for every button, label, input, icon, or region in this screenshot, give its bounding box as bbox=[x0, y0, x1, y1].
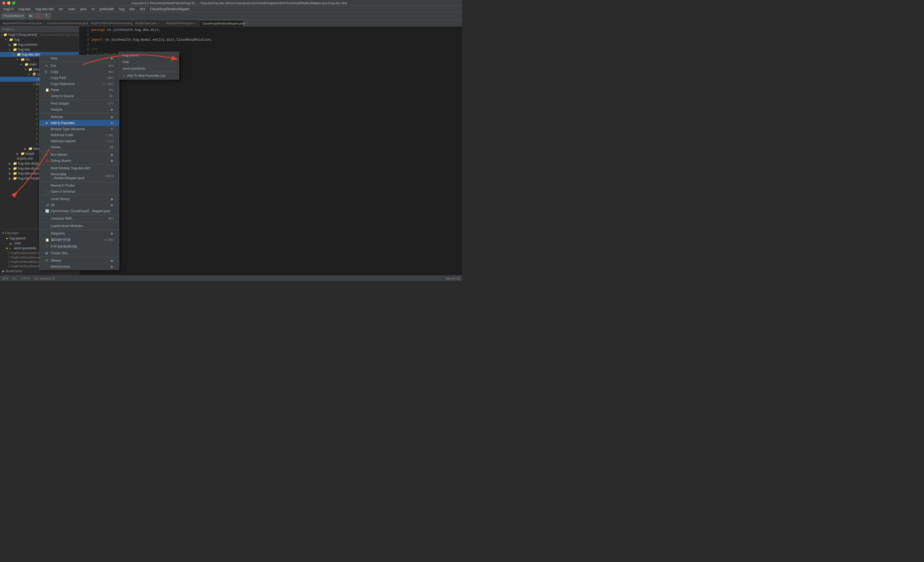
run-button[interactable]: ▶ bbox=[28, 13, 34, 18]
code-line-1: 1 package cn.joinhealth.hug.dao.dict; bbox=[79, 27, 462, 33]
debug-button[interactable]: 🐞 bbox=[35, 13, 42, 18]
traffic-lights bbox=[2, 1, 15, 4]
line-ending: LF: bbox=[12, 277, 17, 280]
close-button[interactable] bbox=[2, 1, 6, 4]
check-icon: ✓ bbox=[45, 245, 50, 249]
tab-close-4[interactable]: ✕ bbox=[194, 22, 196, 25]
cm-sep-2 bbox=[40, 100, 119, 100]
maximize-button[interactable] bbox=[12, 1, 15, 4]
cm-paste[interactable]: 📋Paste ⌘V bbox=[40, 87, 119, 93]
code-line-2: 2 bbox=[79, 33, 462, 37]
tab-close-3[interactable]: ✕ bbox=[158, 22, 160, 25]
cm-git[interactable]: ⎇Git ▶ bbox=[40, 202, 119, 208]
sm-hug-parent[interactable]: hug-parent bbox=[119, 52, 179, 58]
git-branch: Git: branch2.25 bbox=[34, 277, 55, 280]
minimize-button[interactable] bbox=[7, 1, 10, 4]
cm-delete[interactable]: Delete... ⌫ bbox=[40, 144, 119, 150]
star-icon-2: ★ bbox=[6, 247, 8, 250]
cm-webservices[interactable]: WebServices ▶ bbox=[40, 264, 119, 270]
cm-sep-8 bbox=[40, 215, 119, 215]
cm-analyze[interactable]: Analyze ▶ bbox=[40, 106, 119, 112]
cm-findusages[interactable]: Find Usages ⌥F7 bbox=[40, 100, 119, 106]
cm-reformatcode[interactable]: Reformat Code ⌥⌘L bbox=[40, 132, 119, 138]
chevron-icon: ▾ bbox=[13, 28, 14, 31]
file-count: 588 of 725 bbox=[446, 277, 460, 280]
cm-code-scan[interactable]: 📋编码规约扫描 ⌥⇧⌘J bbox=[40, 236, 119, 243]
cm-diagrams[interactable]: Diagrams ▶ bbox=[40, 230, 119, 236]
tree-arrow-root: ▾ bbox=[1, 33, 3, 36]
cursor-position: 28:8 bbox=[2, 277, 8, 280]
build-button[interactable]: 🔨 bbox=[43, 13, 51, 18]
cm-optimizeimports[interactable]: Optimize Imports ^⌥O bbox=[40, 138, 119, 144]
jrebel-icon: ♻ bbox=[45, 259, 50, 263]
tab-healthtype[interactable]: HealthType.java ✕ bbox=[132, 20, 163, 26]
tree-root-label: hug2.0 [hug-parent] ~/Documents/IdeaProj… bbox=[8, 33, 79, 37]
cm-copyref[interactable]: Copy Reference ⌥⇧⌘C bbox=[40, 81, 119, 87]
cm-copypath[interactable]: Copy Path ⇧⌘C bbox=[40, 75, 119, 81]
submenu-arrow: ▶ bbox=[111, 57, 114, 60]
tree-root[interactable]: ▾ 📁 hug2.0 [hug-parent] ~/Documents/Idea… bbox=[0, 32, 79, 37]
cm-recompile[interactable]: Recompile '...RelationMapper.java' ⇧⌘F9 bbox=[40, 171, 119, 181]
run-config-selector[interactable]: ProviderBoot ▾ bbox=[2, 13, 26, 18]
cm-add-to-favorites[interactable]: ★ Add to Favorites ▶ bbox=[40, 120, 119, 126]
cm-comparewith[interactable]: Compare With... ⌘D bbox=[40, 215, 119, 221]
menu-src[interactable]: src bbox=[57, 7, 65, 12]
tab-pushsendformimpl[interactable]: HugPushSendFormServiceImpl.java ✕ bbox=[88, 20, 132, 26]
menu-main[interactable]: main bbox=[66, 7, 77, 12]
git-icon: ⎇ bbox=[45, 203, 50, 207]
cm-refactor[interactable]: Refactor ▶ bbox=[40, 114, 119, 120]
cm-revealinfinder[interactable]: Reveal in Finder bbox=[40, 182, 119, 188]
tab-close-5[interactable]: ✕ bbox=[246, 22, 248, 25]
menu-hug[interactable]: hug bbox=[117, 7, 127, 12]
menu-dict[interactable]: dict bbox=[138, 7, 147, 12]
tab-appserviceimpl[interactable]: AppointationServiceImpl.java ✕ bbox=[0, 20, 44, 26]
menu-hug20[interactable]: hug2.0 bbox=[1, 7, 16, 12]
cm-openinterminal[interactable]: ⬛Open in terminal bbox=[40, 188, 119, 194]
cm-jrebel[interactable]: ♻JRebel ▶ bbox=[40, 258, 119, 264]
project-label: Project bbox=[2, 27, 12, 31]
cm-localhistory[interactable]: Local History ▶ bbox=[40, 196, 119, 202]
status-bar: 28:8 LF: UTF-8 Git: branch2.25 588 of 72… bbox=[0, 275, 462, 281]
tree-item-hug-dao[interactable]: ▾ 📁 hug-dao bbox=[0, 47, 79, 52]
tab-questionnaireimpl[interactable]: QuestionnaireServiceImpl.java ✕ bbox=[44, 20, 88, 26]
favorites-submenu: hug-parent chat send quest/edu + Add To … bbox=[118, 52, 179, 79]
menu-bar: hug2.0 hug-dao hug-dao-dict src main jav… bbox=[0, 6, 462, 12]
cm-runmaven[interactable]: ▷Run Maven ▶ bbox=[40, 152, 119, 158]
menu-joinhealth[interactable]: joinhealth bbox=[98, 7, 116, 12]
cm-creategist[interactable]: ⊞Create Gist... bbox=[40, 250, 119, 256]
sm-chat[interactable]: chat bbox=[119, 58, 179, 65]
cm-jumptosource[interactable]: Jump to Source ⌘↓ bbox=[40, 93, 119, 99]
menu-hug-dao[interactable]: hug-dao bbox=[16, 7, 33, 12]
cm-debugmaven[interactable]: 🐞Debug Maven ▶ bbox=[40, 158, 119, 164]
cm-sep-11 bbox=[40, 257, 119, 257]
project-panel-header[interactable]: Project ▾ bbox=[0, 27, 79, 32]
cm-cut[interactable]: ✂Cut ⌘X bbox=[40, 63, 119, 69]
menu-dao[interactable]: dao bbox=[127, 7, 137, 12]
tree-item-hug-common[interactable]: ▶ 📁 hug-common bbox=[0, 42, 79, 47]
menu-cloudhospmapper[interactable]: CloudHospRelationMapper bbox=[148, 7, 192, 12]
cm-new[interactable]: New ▶ bbox=[40, 55, 119, 61]
tabs-bar: AppointationServiceImpl.java ✕ Questionn… bbox=[0, 20, 462, 27]
cm-browsehierarchy[interactable]: Browse Type Hierarchy ^H bbox=[40, 126, 119, 132]
sm-add-new-favorites[interactable]: + Add To New Favorites List bbox=[119, 72, 179, 79]
tree-item-hug[interactable]: ▾ 📁 hug bbox=[0, 37, 79, 42]
favorites-label: Favorites bbox=[5, 231, 18, 235]
folder-icon: 📁 bbox=[3, 33, 8, 37]
run-toolbar: ProviderBoot ▾ ▶ 🐞 🔨 bbox=[0, 12, 462, 20]
tab-cloudhospmapper[interactable]: CloudHospRelationMapper.java ✕ bbox=[199, 20, 243, 26]
cm-synchronize[interactable]: 🔄Synchronize 'CloudHospR...Mapper.java' bbox=[40, 208, 119, 214]
menu-java[interactable]: java bbox=[78, 7, 88, 12]
terminal-icon: ⬛ bbox=[45, 190, 50, 193]
cm-sep-9 bbox=[40, 222, 119, 223]
menu-hug-dao-dict[interactable]: hug-dao-dict bbox=[33, 7, 56, 12]
cm-sep-3 bbox=[40, 113, 119, 114]
sm-sendquest[interactable]: send quest/edu bbox=[119, 65, 179, 72]
tab-registerpatient[interactable]: RegisterPatient.java ✕ bbox=[163, 20, 199, 26]
menu-cn[interactable]: cn bbox=[89, 7, 97, 12]
cm-buildmodule[interactable]: Build Module 'hug-dao-dict' bbox=[40, 165, 119, 171]
cm-loadunload[interactable]: Load/Unload Modules... bbox=[40, 223, 119, 229]
cm-copy[interactable]: ⎘Copy ⌘C bbox=[40, 69, 119, 75]
cm-realtime-detect[interactable]: ✓打开实时检测功能 bbox=[40, 243, 119, 250]
window-title: hug-parent [~/Documents/IdeaProjects/hug… bbox=[19, 1, 460, 4]
cm-sep-7 bbox=[40, 195, 119, 196]
